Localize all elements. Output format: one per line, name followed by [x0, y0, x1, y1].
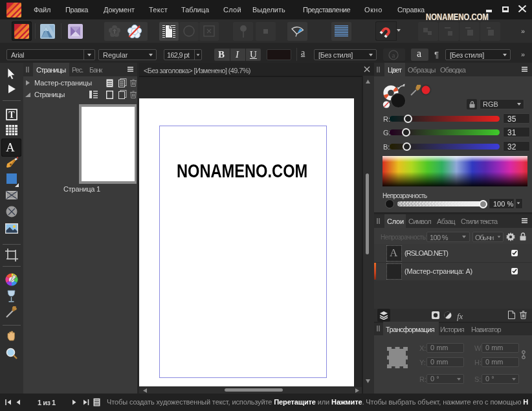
svg-text:T: T [8, 110, 15, 120]
svg-text:a: a [392, 51, 395, 59]
